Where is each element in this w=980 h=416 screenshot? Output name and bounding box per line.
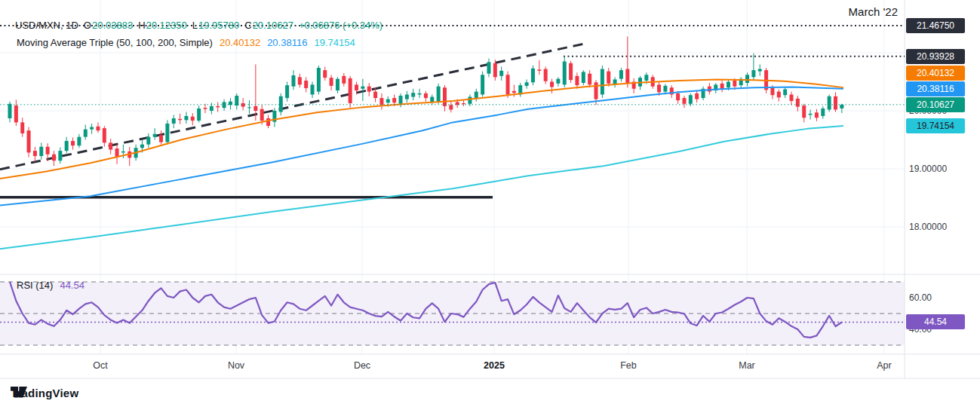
time-axis-label-mar: Mar <box>723 360 771 371</box>
ma100-value: 20.38116 <box>267 37 307 48</box>
price-badge: 20.40132 <box>906 66 965 81</box>
time-axis-label-nov: Nov <box>212 360 260 371</box>
rsi-axis-label: 60.00 <box>909 292 932 304</box>
price-badge: 20.38116 <box>906 81 965 96</box>
time-axis-label-dec: Dec <box>338 360 386 371</box>
tradingview-chart-window: USD/MXN, 1D O20.03883 H20.12350 L19.9578… <box>0 0 980 416</box>
rsi-badge: 44.54 <box>906 314 965 329</box>
price-axis[interactable]: 20.0000019.0000018.0000060.0040.0021.467… <box>905 0 980 378</box>
ohlc-close: C20.10627 <box>244 20 293 31</box>
rsi-value: 44.54 <box>60 280 84 291</box>
symbol-title[interactable]: USD/MXN, 1D <box>15 20 78 31</box>
ma-indicator-title[interactable]: Moving Average Triple (50, 100, 200, Sim… <box>17 37 213 48</box>
time-axis-label-oct: Oct <box>76 360 124 371</box>
annotation-march-22[interactable]: March '22 <box>798 5 898 18</box>
ma-indicator-legend[interactable]: Moving Average Triple (50, 100, 200, Sim… <box>17 37 355 48</box>
price-badge: 21.46750 <box>906 18 965 33</box>
rsi-indicator-title[interactable]: RSI (14) <box>17 280 53 291</box>
price-axis-label: 19.00000 <box>909 163 947 175</box>
time-axis[interactable]: OctNovDec2025FebMarApr <box>0 354 980 378</box>
time-axis-label-2025: 2025 <box>470 360 518 371</box>
tradingview-mark-icon <box>11 387 27 398</box>
change-value: +0.06876 (+0.34%) <box>299 20 382 31</box>
ma50-line[interactable] <box>0 79 843 179</box>
time-axis-label-feb: Feb <box>604 360 653 371</box>
price-badge: 20.10627 <box>906 97 965 112</box>
ohlc-open: O20.03883 <box>84 20 133 31</box>
ohlc-high: H20.12350 <box>138 20 187 31</box>
trendline-drawing[interactable] <box>0 44 585 170</box>
ma200-line[interactable] <box>0 126 843 249</box>
tradingview-logo[interactable]: TradingView <box>11 387 78 399</box>
time-axis-label-apr: Apr <box>860 360 908 371</box>
price-badge: 19.74154 <box>906 118 965 133</box>
rsi-indicator-legend[interactable]: RSI (14) 44.54 <box>17 280 84 291</box>
ma200-value: 19.74154 <box>314 37 355 48</box>
price-axis-label: 18.00000 <box>909 221 947 233</box>
ma50-value: 20.40132 <box>220 37 260 48</box>
symbol-legend[interactable]: USD/MXN, 1D O20.03883 H20.12350 L19.9578… <box>15 20 382 31</box>
ohlc-low: L19.95780 <box>192 20 239 31</box>
price-badge: 20.93928 <box>906 49 965 64</box>
